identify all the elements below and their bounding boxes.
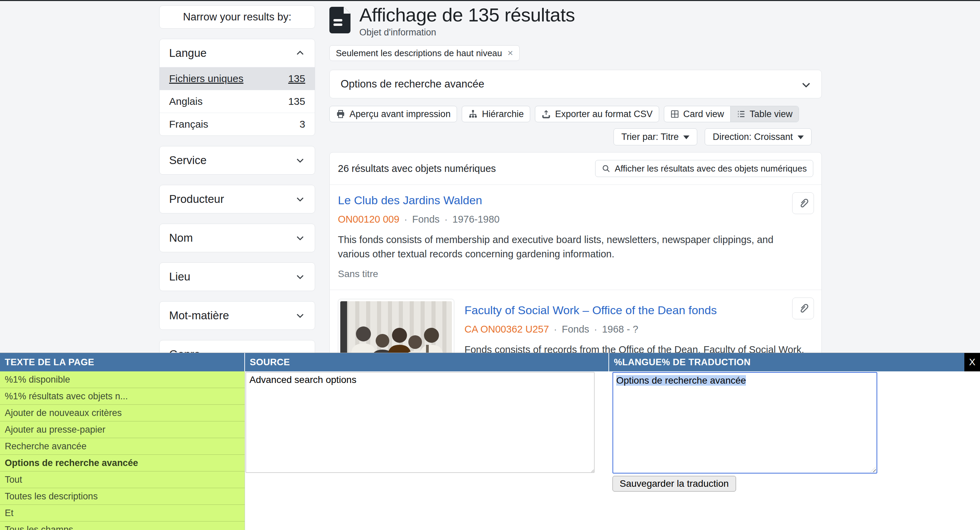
- facet-mot-matiere-header[interactable]: Mot-matière: [159, 302, 315, 329]
- export-icon: [541, 109, 551, 119]
- facet-item-count: 135: [288, 95, 305, 107]
- page-text-label: Ajouter au presse-papier: [5, 425, 105, 435]
- table-view-button[interactable]: Table view: [730, 106, 799, 122]
- print-preview-label: Aperçu avant impression: [350, 109, 450, 119]
- meta-separator: [594, 324, 598, 335]
- page-text-row[interactable]: Tout: [0, 471, 245, 488]
- chevron-up-icon: [295, 48, 305, 58]
- digital-objects-count: 26 résultats avec objets numériques: [338, 163, 496, 174]
- export-csv-button[interactable]: Exporter au format CSV: [535, 106, 659, 122]
- reference-code: CA ON00362 U257: [465, 324, 549, 335]
- caret-down-icon: [798, 135, 804, 139]
- hierarchy-button[interactable]: Hiérarchie: [462, 106, 530, 122]
- facet-producteur-header[interactable]: Producteur: [159, 185, 315, 213]
- meta-separator: [404, 214, 408, 225]
- filter-chip-top-level[interactable]: Seulement les descriptions de haut nivea…: [329, 45, 520, 61]
- chevron-down-icon: [295, 272, 305, 282]
- page-text-label: Tout: [5, 474, 22, 485]
- facet-item-fichiers-uniques[interactable]: Fichiers uniques 135: [159, 67, 315, 90]
- card-view-button[interactable]: Card view: [664, 106, 730, 122]
- results-toolbar: Aperçu avant impression Hiérarchie Expor…: [329, 106, 822, 122]
- facet-producteur: Producteur: [159, 185, 315, 213]
- chevron-down-icon: [295, 310, 305, 321]
- page-text-label: %1% disponible: [5, 374, 70, 385]
- column-header-page-text: TEXTE DE LA PAGE: [0, 353, 245, 371]
- grid-icon: [670, 110, 679, 118]
- page-text-row[interactable]: Recherche avancée: [0, 438, 245, 455]
- page-text-row[interactable]: Toutes les descriptions: [0, 488, 245, 505]
- digital-objects-bar: 26 résultats avec objets numériques Affi…: [330, 153, 821, 185]
- filter-chip-label: Seulement les descriptions de haut nivea…: [336, 48, 502, 59]
- source-textarea[interactable]: Advanced search options: [246, 372, 595, 473]
- export-csv-label: Exporter au format CSV: [555, 109, 653, 119]
- result-item-1: Le Club des Jardins Walden ON00120 009 F…: [330, 185, 821, 290]
- facet-service-title: Service: [169, 154, 207, 167]
- filter-chip-close-icon[interactable]: ×: [508, 48, 513, 58]
- card-view-label: Card view: [683, 109, 724, 119]
- facet-nom-title: Nom: [169, 231, 193, 244]
- translation-panel-header: TEXTE DE LA PAGE SOURCE %LANGUE% DE TRAD…: [0, 353, 980, 371]
- facet-item-count: 3: [299, 118, 305, 130]
- facet-nom-header[interactable]: Nom: [159, 224, 315, 252]
- result-creator: Sans titre: [338, 269, 813, 280]
- result-title-link[interactable]: Le Club des Jardins Walden: [338, 194, 482, 207]
- table-view-label: Table view: [749, 109, 792, 119]
- hierarchy-icon: [468, 109, 478, 119]
- meta-separator: [554, 324, 557, 335]
- page-top-border: [0, 0, 980, 1]
- page-text-label: Et: [5, 508, 14, 519]
- search-icon: [601, 164, 611, 173]
- level-of-description: Fonds: [562, 324, 589, 335]
- sort-by-label: Trier par: Titre: [621, 132, 679, 142]
- result-dates: 1976-1980: [453, 214, 500, 225]
- facet-langue-header[interactable]: Langue: [159, 39, 315, 67]
- page-text-row[interactable]: Ajouter de nouveaux critères: [0, 405, 245, 422]
- page-text-label: Ajouter de nouveaux critères: [5, 408, 122, 419]
- results-header: Affichage de 135 résultats Objet d'infor…: [329, 5, 822, 38]
- facet-item-label: Fichiers uniques: [169, 73, 243, 84]
- result-description: This fonds consists of membership and ex…: [338, 232, 797, 261]
- facet-mot-matiere-title: Mot-matière: [169, 309, 229, 322]
- page-text-label: Tous les champs: [5, 525, 73, 530]
- translation-textarea[interactable]: Options de recherche avancée: [612, 372, 877, 473]
- page-text-label: %1% résultats avec objets n...: [5, 391, 128, 402]
- page-text-row[interactable]: Tous les champs: [0, 522, 245, 530]
- sort-by-dropdown[interactable]: Trier par: Titre: [614, 128, 698, 145]
- facet-item-anglais[interactable]: Anglais 135: [159, 90, 315, 113]
- page-text-row[interactable]: %1% résultats avec objets n...: [0, 388, 245, 405]
- facet-service-header[interactable]: Service: [159, 146, 315, 174]
- hierarchy-label: Hiérarchie: [482, 109, 524, 119]
- sort-direction-label: Direction: Croissant: [713, 132, 793, 142]
- print-preview-button[interactable]: Aperçu avant impression: [329, 106, 457, 122]
- printer-icon: [336, 109, 345, 119]
- facet-lieu-header[interactable]: Lieu: [159, 263, 315, 291]
- result-title-link[interactable]: Faculty of Social Work – Office of the D…: [465, 304, 717, 317]
- add-to-clipboard-button[interactable]: [792, 298, 814, 319]
- information-object-icon: [329, 7, 350, 33]
- sort-direction-dropdown[interactable]: Direction: Croissant: [705, 128, 811, 145]
- source-column: Advanced search options: [245, 371, 609, 473]
- facet-item-label: Anglais: [169, 95, 202, 107]
- close-translation-panel-button[interactable]: X: [964, 353, 980, 371]
- resize-handle[interactable]: [870, 467, 876, 472]
- narrow-results-label: Narrow your results by:: [183, 11, 292, 23]
- caret-down-icon: [683, 135, 689, 139]
- page-text-row[interactable]: %1% disponible: [0, 371, 245, 388]
- page-text-row-selected[interactable]: Options de recherche avancée: [0, 455, 245, 471]
- show-digital-objects-button[interactable]: Afficher les résultats avec des objets n…: [595, 160, 813, 177]
- narrow-results-header: Narrow your results by:: [159, 5, 315, 29]
- chevron-down-icon: [800, 79, 811, 89]
- facet-item-francais[interactable]: Français 3: [159, 113, 315, 135]
- page-text-row[interactable]: Ajouter au presse-papier: [0, 422, 245, 438]
- page-text-row[interactable]: Et: [0, 505, 245, 522]
- page-title: Affichage de 135 résultats: [360, 5, 575, 24]
- advanced-search-toggle[interactable]: Options de recherche avancée: [329, 70, 822, 99]
- facet-service: Service: [159, 146, 315, 175]
- page-text-list: %1% disponible %1% résultats avec objets…: [0, 371, 245, 530]
- reference-code: ON00120 009: [338, 214, 399, 225]
- add-to-clipboard-button[interactable]: [792, 192, 814, 214]
- meta-separator: [444, 214, 448, 225]
- save-translation-button[interactable]: Sauvegarder la traduction: [612, 476, 736, 492]
- result-meta: ON00120 009 Fonds 1976-1980: [338, 214, 813, 225]
- page-text-label: Toutes les descriptions: [5, 491, 98, 502]
